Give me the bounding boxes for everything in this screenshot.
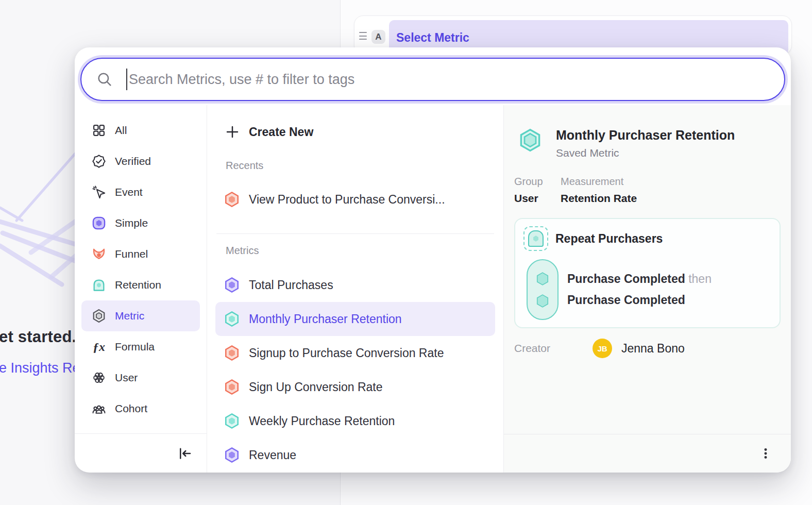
step-hexagon-icon [535,293,550,309]
metric-item-label: Signup to Purchase Conversion Rate [249,346,444,360]
metric-item-monthly-purchaser-retention[interactable]: Monthly Purchaser Retention [215,302,495,336]
detail-subtitle: Saved Metric [556,147,735,159]
sidebar-item-cohort[interactable]: Cohort [81,393,200,424]
metric-hexagon-icon-teal [224,413,240,429]
sidebar-item-label: Cohort [115,402,147,415]
sidebar-item-label: Simple [115,217,148,229]
list-divider [216,233,494,234]
creator-avatar: JB [593,339,612,358]
sidebar-item-retention[interactable]: Retention [81,270,200,300]
text-cursor [126,69,127,90]
series-a-badge: A [371,30,385,44]
step-connector: then [688,272,712,285]
metric-item-label: Total Purchases [249,278,333,292]
definition-name: Repeat Purchasers [555,232,663,246]
background-text-get-started: et started. [0,328,76,346]
recent-metric-item[interactable]: View Product to Purchase Conversi... [215,182,495,216]
metric-item-revenue[interactable]: Revenue [215,438,495,472]
sidebar-item-formula[interactable]: ƒx Formula [81,331,200,362]
metric-definition-card: Repeat Purchasers Purchase Completed the… [514,218,781,328]
sidebar-item-label: Metric [115,310,144,322]
category-sidebar: All Verified Event Simple Funnel [75,105,207,473]
search-placeholder: Search Metrics, use # to filter to tags [129,72,354,88]
detail-title: Monthly Purchaser Retention [556,128,735,143]
retention-icon [92,278,106,292]
sidebar-item-metric[interactable]: Metric [81,300,200,331]
simple-icon [92,216,106,230]
drag-handle-icon[interactable] [359,32,367,40]
sidebar-item-label: Formula [115,341,155,353]
more-options-icon[interactable] [759,447,772,460]
cohort-people-icon [92,401,106,416]
metric-item-label: Sign Up Conversion Rate [249,380,383,394]
detail-footer [504,434,791,473]
step1-event: Purchase Completed [567,272,685,285]
metric-hexagon-icon-purple [224,277,240,293]
funnel-icon [92,247,106,261]
sidebar-item-label: User [115,372,138,384]
measurement-value: Retention Rate [561,192,637,205]
sidebar-item-label: Event [115,186,143,198]
formula-icon: ƒx [92,340,106,354]
steps-capsule [527,259,559,320]
metric-item-sign-up-conversion[interactable]: Sign Up Conversion Rate [215,370,495,404]
search-icon [96,71,113,88]
metric-item-total-purchases[interactable]: Total Purchases [215,268,495,302]
sidebar-item-verified[interactable]: Verified [81,146,200,177]
sidebar-footer [75,433,207,473]
step2-event: Purchase Completed [567,293,712,307]
collapse-sidebar-icon[interactable] [177,446,193,461]
metric-item-label: Revenue [249,448,296,462]
metric-item-label: View Product to Purchase Conversi... [249,193,445,207]
metric-icon [92,309,106,323]
create-new-button[interactable]: Create New [215,117,495,146]
cursor-sparkle-icon [92,185,106,199]
sidebar-item-funnel[interactable]: Funnel [81,239,200,270]
metric-item-weekly-purchase-retention[interactable]: Weekly Purchase Retention [215,404,495,438]
creator-label: Creator [514,342,593,355]
metrics-section-label: Metrics [226,245,495,257]
creator-name: Jenna Bono [621,342,685,356]
group-label: Group [514,176,547,188]
sidebar-item-simple[interactable]: Simple [81,208,200,239]
metric-item-label: Weekly Purchase Retention [249,414,395,428]
sidebar-item-user[interactable]: User [81,362,200,393]
sidebar-item-all[interactable]: All [81,115,200,146]
step-hexagon-icon [535,271,550,287]
metric-item-signup-to-purchase[interactable]: Signup to Purchase Conversion Rate [215,336,495,370]
metric-hexagon-icon-purple [224,447,240,463]
metric-list-panel: Create New Recents View Product to Purch… [207,105,504,473]
metric-picker-dialog: Search Metrics, use # to filter to tags … [75,47,791,473]
user-flower-icon [92,371,106,385]
metric-hexagon-icon-teal-large [518,128,543,153]
metric-hexagon-icon-salmon [224,191,240,208]
sidebar-item-label: Retention [115,279,161,291]
sidebar-item-label: Verified [115,155,151,167]
search-input[interactable]: Search Metrics, use # to filter to tags [80,58,785,101]
verified-seal-icon [92,154,106,169]
recents-section-label: Recents [226,160,495,172]
background-link-insights-report[interactable]: e Insights Re [0,360,80,376]
plus-icon [225,124,240,140]
metric-hexagon-icon-salmon [224,345,240,361]
sidebar-item-label: Funnel [115,248,148,260]
create-new-label: Create New [249,125,313,139]
retention-definition-icon [523,226,548,251]
metric-item-label: Monthly Purchaser Retention [249,312,402,326]
group-value: User [514,192,547,205]
metric-detail-panel: Monthly Purchaser Retention Saved Metric… [504,105,791,473]
grid-icon [92,123,106,138]
metric-hexagon-icon-teal [224,311,240,327]
sidebar-item-event[interactable]: Event [81,177,200,208]
metric-hexagon-icon-salmon [224,379,240,395]
sidebar-item-label: All [115,124,127,137]
measurement-label: Measurement [561,176,637,188]
